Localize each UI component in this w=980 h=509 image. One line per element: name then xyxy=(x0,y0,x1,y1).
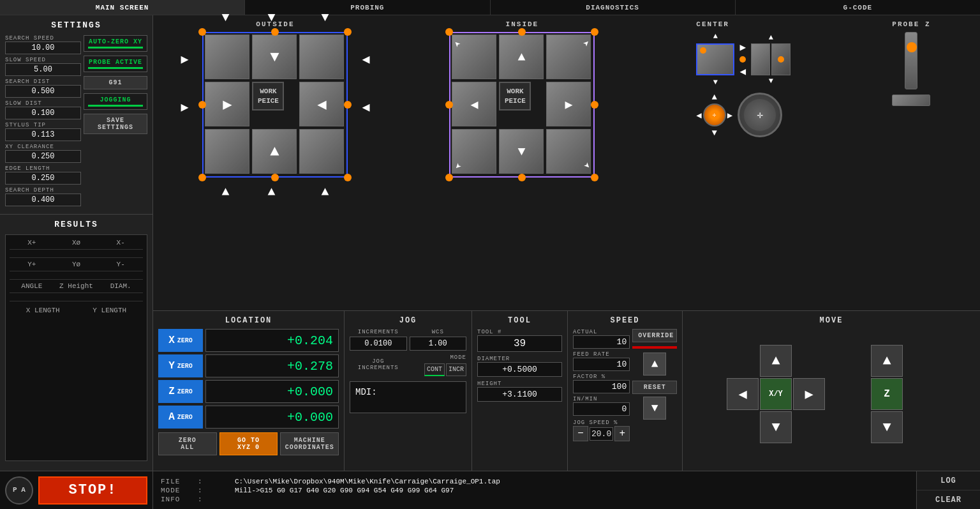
arrow-bot-left-outer[interactable]: ▲ xyxy=(221,185,229,199)
stylus-tip-value[interactable]: 0.113 xyxy=(5,128,81,141)
mode-value: Mill->G15 G0 G17 G40 G20 G90 G94 G54 G49… xyxy=(235,487,454,494)
go-to-xyz0-button[interactable]: GO TO XYZ 0 xyxy=(219,432,278,455)
x-plus-label: X+ xyxy=(10,239,54,247)
inside-ml[interactable]: ◀ xyxy=(452,82,496,126)
mdi-input[interactable]: MDI: xyxy=(350,381,466,413)
y-mid-label: Yø xyxy=(54,261,99,268)
z-letter: Z xyxy=(168,386,175,397)
slow-dist-value[interactable]: 0.100 xyxy=(5,107,81,119)
dpad-center-xy[interactable]: X/Y xyxy=(760,378,792,410)
outside-cell-ml[interactable]: ▶ xyxy=(205,82,249,126)
nav-diagnostics[interactable]: DIAGNOSTICS xyxy=(491,0,736,15)
dpad-up[interactable]: ▲ xyxy=(760,345,792,377)
center-up-arrow[interactable]: ▲ xyxy=(711,32,720,41)
edge-length-value[interactable]: 0.250 xyxy=(5,172,81,185)
arrow-right-outer[interactable]: ◀ xyxy=(362,51,369,67)
center-dn2[interactable]: ▼ xyxy=(769,77,773,86)
jog-mode-row: JOG INCREMENTS MODE CONT INCR xyxy=(350,354,466,376)
incr-mode-button[interactable]: INCR xyxy=(446,363,466,376)
outside-grid: ▼ ▶ WORKPEICE ◀ ▲ xyxy=(205,34,345,175)
inside-bm[interactable]: ▼ xyxy=(499,129,544,174)
jog-speed-plus[interactable]: + xyxy=(614,426,630,441)
outside-cell-bm[interactable]: ▲ xyxy=(252,129,297,174)
reset-button[interactable]: RESET xyxy=(632,381,677,394)
arrow-left-outer-bot[interactable]: ▶ xyxy=(181,99,188,115)
x-length-label: X LENGTH xyxy=(10,307,77,314)
z-down[interactable]: ▼ xyxy=(871,411,903,443)
search-dist-value[interactable]: 0.500 xyxy=(5,85,81,98)
search-depth-value[interactable]: 0.400 xyxy=(5,194,81,206)
speed-up-arrow[interactable]: ▲ xyxy=(643,353,666,376)
stop-button[interactable]: STOP! xyxy=(38,476,147,505)
increments-value[interactable]: 0.0100 xyxy=(350,337,407,351)
in-min-value: 0 xyxy=(573,402,630,416)
auto-zero-xy-button[interactable]: AUTO-ZERO XY xyxy=(84,35,147,52)
center-square[interactable] xyxy=(696,43,734,75)
joystick-wheel[interactable]: ✛ xyxy=(738,93,782,137)
search-depth-label: SEARCH DEPTH xyxy=(5,187,81,194)
z-zero-label: ZERO xyxy=(177,388,193,395)
z-center[interactable]: Z xyxy=(871,378,903,410)
location-bottom-buttons: ZERO ALL GO TO XYZ 0 MACHINE COORDINATES xyxy=(158,432,339,455)
cont-mode-button[interactable]: CONT xyxy=(424,363,445,376)
slow-speed-value[interactable]: 5.00 xyxy=(5,63,81,76)
arrow-top-mid-outer[interactable]: ▼ xyxy=(267,10,275,25)
nav-gcode[interactable]: G-CODE xyxy=(736,0,980,15)
arrow-right-outer-bot[interactable]: ◀ xyxy=(362,99,369,115)
x-zero-button[interactable]: X ZERO xyxy=(158,329,203,352)
wcs-value[interactable]: 1.00 xyxy=(410,337,467,351)
arrow-bot-mid-outer[interactable]: ▲ xyxy=(267,185,275,199)
center-sq1[interactable] xyxy=(751,43,770,75)
center-right-arrow[interactable]: ▶ xyxy=(740,41,746,54)
center-sq2[interactable] xyxy=(771,43,791,75)
center-up2[interactable]: ▲ xyxy=(769,33,773,42)
outside-cell-bl[interactable] xyxy=(205,129,249,174)
override-button[interactable]: OVERRIDE xyxy=(632,329,677,342)
dpad-down[interactable]: ▼ xyxy=(760,411,792,443)
arrow-bot-right-outer[interactable]: ▲ xyxy=(321,185,329,199)
center-left-arrow[interactable]: ◀ xyxy=(740,65,746,78)
arrow-top-left-outer[interactable]: ▼ xyxy=(221,10,229,25)
jog-speed-row: JOG SPEED % − 20.0 + xyxy=(573,420,630,441)
clear-button[interactable]: CLEAR xyxy=(917,490,980,509)
crosshair-center[interactable]: ✛ xyxy=(703,103,726,126)
move-section: MOVE ▲ ◀ X/Y ▶ ▼ xyxy=(683,311,980,471)
nav-main-screen[interactable]: MAIN SCREEN xyxy=(0,0,245,15)
arrow-left-outer[interactable]: ▶ xyxy=(181,51,188,67)
a-zero-button[interactable]: A ZERO xyxy=(158,406,203,429)
inside-mr[interactable]: ▶ xyxy=(546,82,591,126)
search-speed-value[interactable]: 10.00 xyxy=(5,42,81,54)
outside-cell-tl[interactable] xyxy=(205,34,249,79)
nav-probing[interactable]: PROBING xyxy=(245,0,490,15)
inside-dot-top xyxy=(518,28,526,36)
xy-clearance-value[interactable]: 0.250 xyxy=(5,150,81,163)
zero-all-button[interactable]: ZERO ALL xyxy=(158,432,217,455)
outside-cell-mr[interactable]: ◀ xyxy=(299,82,344,126)
log-button[interactable]: LOG xyxy=(917,471,980,490)
inside-tm[interactable]: ▲ xyxy=(499,34,544,79)
ch-left[interactable]: ◀ xyxy=(696,110,701,121)
dpad-left[interactable]: ◀ xyxy=(727,378,759,410)
probe-active-button[interactable]: PROBE ACTIVE xyxy=(84,56,147,72)
z-up[interactable]: ▲ xyxy=(871,345,903,377)
jog-speed-minus[interactable]: − xyxy=(573,426,588,441)
z-zero-button[interactable]: Z ZERO xyxy=(158,380,203,403)
speed-down-arrow[interactable]: ▼ xyxy=(643,397,666,420)
ch-right[interactable]: ▶ xyxy=(727,110,732,121)
move-title: MOVE xyxy=(688,316,975,325)
outside-cell-tm[interactable]: ▼ xyxy=(252,34,297,79)
outside-cell-br[interactable] xyxy=(299,129,344,174)
mode-col: MODE CONT INCR xyxy=(410,354,467,376)
jogging-button[interactable]: JOGGING xyxy=(84,93,147,110)
center-dn-arrow[interactable]: ▼ xyxy=(711,78,720,87)
ch-up[interactable]: ▲ xyxy=(712,92,717,102)
dpad-right[interactable]: ▶ xyxy=(793,378,825,410)
g91-button[interactable]: G91 xyxy=(84,76,147,89)
ch-down[interactable]: ▼ xyxy=(712,128,717,138)
a-letter: A xyxy=(168,411,175,423)
outside-cell-tr[interactable] xyxy=(299,34,344,79)
save-settings-button[interactable]: SAVE SETTINGS xyxy=(84,114,147,134)
machine-coordinates-button[interactable]: MACHINE COORDINATES xyxy=(280,432,339,455)
y-zero-button[interactable]: Y ZERO xyxy=(158,354,203,377)
arrow-top-right-outer[interactable]: ▼ xyxy=(321,10,329,25)
